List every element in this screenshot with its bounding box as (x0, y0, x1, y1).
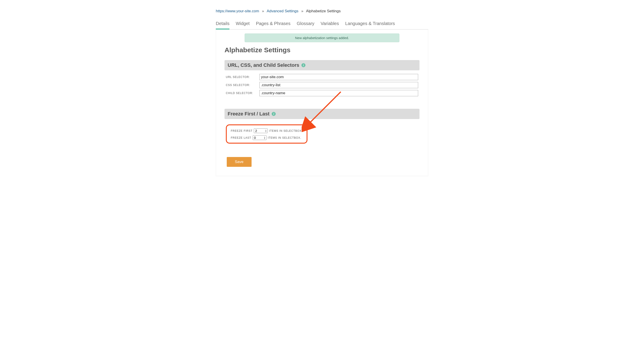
freeze-first-prefix: FREEZE FIRST (231, 129, 252, 132)
settings-panel: New alphabetization settings added. Alph… (216, 29, 428, 176)
tab-pages-phrases[interactable]: Pages & Phrases (256, 20, 290, 29)
tab-variables[interactable]: Variables (321, 20, 339, 29)
save-button[interactable]: Save (227, 157, 252, 167)
freeze-last-prefix: FREEZE LAST (231, 136, 251, 139)
tab-glossary[interactable]: Glossary (297, 20, 314, 29)
tab-widget[interactable]: Widget (236, 20, 250, 29)
tab-languages[interactable]: Languages & Translators (345, 20, 395, 29)
url-selector-label: URL SELECTOR: (226, 75, 260, 79)
url-selector-input[interactable] (260, 74, 418, 80)
tab-details[interactable]: Details (216, 20, 230, 29)
section-selectors-header: URL, CSS, and Child Selectors i (224, 60, 420, 70)
freeze-first-suffix: ITEMS IN SELECTBOX. (269, 129, 302, 132)
breadcrumb-separator: » (262, 9, 264, 13)
success-alert: New alphabetization settings added. (245, 33, 399, 42)
freeze-highlight: FREEZE FIRST ▲▼ ITEMS IN SELECTBOX. FREE… (226, 124, 308, 144)
tabs: Details Widget Pages & Phrases Glossary … (216, 20, 428, 29)
child-selector-label: CHILD SELECTOR: (226, 92, 260, 95)
child-selector-input[interactable] (260, 90, 418, 96)
css-selector-label: CSS SELECTOR: (226, 84, 260, 87)
page-title: Alphabetize Settings (224, 46, 420, 54)
freeze-last-input[interactable] (253, 135, 266, 140)
breadcrumb-current: Alphabetize Settings (306, 9, 340, 13)
breadcrumb: https://www.your-site.com » Advanced Set… (216, 9, 428, 13)
section-freeze-heading: Freeze First / Last (228, 111, 270, 117)
section-selectors-heading: URL, CSS, and Child Selectors (228, 62, 299, 68)
breadcrumb-site-link[interactable]: https://www.your-site.com (216, 9, 259, 13)
info-icon[interactable]: i (272, 112, 276, 116)
breadcrumb-separator: » (301, 9, 303, 13)
freeze-last-suffix: ITEMS IN SELECTBOX. (268, 136, 302, 139)
breadcrumb-advanced-link[interactable]: Advanced Settings (267, 9, 298, 13)
css-selector-input[interactable] (260, 82, 418, 88)
freeze-first-input[interactable] (254, 128, 268, 133)
section-freeze-header: Freeze First / Last i (224, 109, 420, 119)
info-icon[interactable]: i (302, 63, 306, 67)
